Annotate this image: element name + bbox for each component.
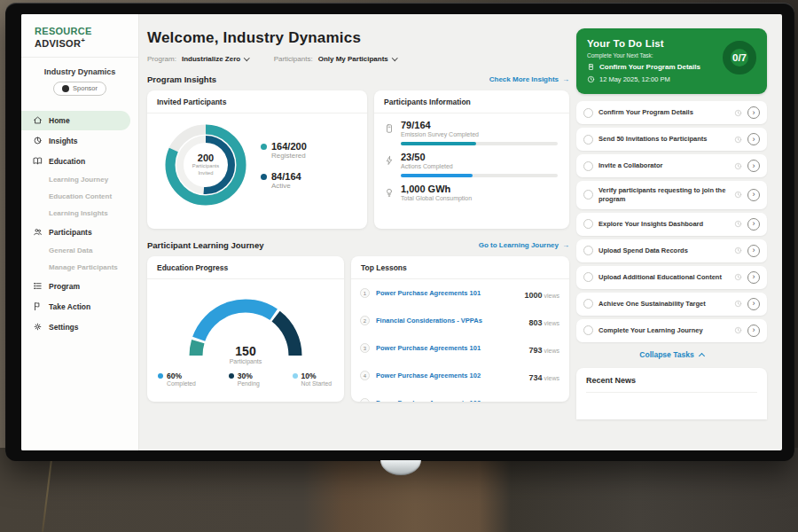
lesson-row: 1 Power Purchase Agreements 101 1000view… [351, 279, 569, 307]
chevron-down-icon [244, 55, 249, 60]
legend-item-active: 84/164 Active [261, 171, 307, 190]
task-item[interactable]: Invite a Collaborator › [576, 154, 767, 177]
task-checkbox[interactable] [583, 161, 593, 171]
participants-icon [33, 227, 43, 237]
card-title: Participants Information [374, 90, 569, 113]
logo-plus: + [81, 36, 85, 44]
todo-list-card: Your To Do List Complete Your Next Task:… [576, 28, 767, 94]
learning-journey-heading: Participant Learning Journey [147, 240, 263, 250]
lesson-link[interactable]: Power Purchase Agreements 101 [376, 289, 518, 297]
legend-dot [261, 174, 267, 180]
home-icon [33, 115, 43, 125]
lesson-row: 2 Financial Considerations - VPPAs 803vi… [351, 307, 569, 334]
top-lessons-card: Top Lessons 1 Power Purchase Agreements … [351, 256, 569, 402]
go-to-learning-journey-link[interactable]: Go to Learning Journey → [479, 241, 569, 249]
chevron-right-button[interactable]: › [747, 245, 760, 257]
sidebar-item-insights[interactable]: Insights [21, 131, 138, 151]
progress-track [401, 142, 558, 145]
sidebar-item-take-action[interactable]: Take Action [21, 297, 138, 317]
invited-participants-donut-chart: 200 Participants Invited [160, 119, 252, 211]
clock-icon [734, 109, 742, 117]
task-item[interactable]: Complete Your Learning Journey › [576, 319, 767, 342]
rank-badge: 5 [360, 398, 370, 402]
task-item[interactable]: Upload Spend Data Records › [576, 239, 767, 262]
task-checkbox[interactable] [583, 299, 593, 309]
sidebar-nav: Home Insights Education Learning Journey [21, 110, 138, 338]
clock-icon [587, 75, 595, 83]
chevron-right-button[interactable]: › [747, 189, 760, 201]
sidebar-item-participants[interactable]: Participants [21, 223, 138, 242]
page-title: Welcome, Industry Dynamics [147, 29, 569, 47]
chevron-right-button[interactable]: › [747, 133, 760, 145]
sidebar-item-program[interactable]: Program [21, 277, 138, 296]
todo-progress-value: 0/7 [732, 52, 747, 63]
sidebar-item-general-data[interactable]: General Data [21, 243, 138, 259]
sidebar: RESOURCE ADVISOR+ Industry Dynamics Spon… [21, 14, 139, 450]
card-title: Invited Participants [147, 90, 367, 113]
take-action-icon [33, 301, 43, 311]
chevron-right-button[interactable]: › [747, 271, 760, 284]
learning-cards-row: Education Progress 150 Participants [147, 256, 569, 402]
legend-dot [229, 373, 234, 379]
education-progress-card: Education Progress 150 Participants [147, 256, 344, 402]
task-checkbox[interactable] [583, 108, 593, 118]
progress-fill [401, 174, 473, 177]
progress-track [401, 174, 558, 177]
rank-badge: 1 [360, 288, 370, 298]
chevron-right-button[interactable]: › [747, 218, 760, 231]
lesson-link[interactable]: Financial Considerations - VPPAs [376, 317, 522, 325]
dashboard-screen: RESOURCE ADVISOR+ Industry Dynamics Spon… [21, 14, 782, 450]
sidebar-item-education-content[interactable]: Education Content [21, 189, 138, 205]
task-checkbox[interactable] [583, 135, 593, 145]
sidebar-item-learning-journey[interactable]: Learning Journey [21, 172, 138, 188]
sidebar-item-learning-insights[interactable]: Learning Insights [21, 206, 138, 222]
chevron-right-button[interactable]: › [747, 160, 760, 172]
task-checkbox[interactable] [583, 190, 593, 200]
task-checkbox[interactable] [583, 246, 593, 255]
task-item[interactable]: Achieve One Sustainability Target › [576, 293, 767, 316]
task-item[interactable]: Verify participants requesting to join t… [576, 181, 767, 209]
task-checkbox[interactable] [583, 272, 593, 282]
learning-journey-header: Participant Learning Journey Go to Learn… [147, 240, 569, 250]
gauge-center-value: 150 [176, 344, 315, 358]
task-item[interactable]: Explore Your Insights Dashboard › [576, 213, 767, 236]
education-icon [33, 156, 43, 166]
chevron-right-button[interactable]: › [747, 298, 760, 310]
sidebar-item-education[interactable]: Education [21, 152, 138, 171]
education-progress-gauge-chart: 150 Participants [176, 288, 315, 364]
task-item[interactable]: Upload Additional Educational Content › [576, 266, 767, 289]
recent-news-heading: Recent News [586, 376, 757, 393]
main-column: Welcome, Industry Dynamics Program: Indu… [139, 14, 576, 450]
metric-actions-completed: 23/50 Actions Completed [374, 145, 569, 177]
app-logo: RESOURCE ADVISOR+ [21, 14, 138, 58]
sidebar-item-home[interactable]: Home [21, 111, 130, 130]
sidebar-item-settings[interactable]: Settings [21, 317, 138, 337]
clock-icon [734, 326, 742, 334]
sidebar-item-manage-participants[interactable]: Manage Participants [21, 260, 138, 276]
chevron-right-button[interactable]: › [747, 106, 760, 119]
lesson-link[interactable]: Power Purchase Agreements 103 [376, 399, 522, 402]
task-item[interactable]: Send 50 Invitations to Participants › [576, 128, 767, 151]
lesson-link[interactable]: Power Purchase Agreements 101 [376, 344, 522, 352]
program-select[interactable]: Industrialize Zero [182, 55, 249, 63]
document-icon [587, 63, 595, 71]
participants-select[interactable]: Only My Participants [318, 55, 397, 63]
task-checkbox[interactable] [583, 325, 593, 335]
collapse-caret-icon [699, 352, 705, 358]
chevron-right-button[interactable]: › [747, 325, 760, 337]
lesson-link[interactable]: Power Purchase Agreements 102 [376, 372, 522, 379]
legend-item-completed: 60% Completed [158, 372, 196, 387]
task-checkbox[interactable] [583, 219, 593, 229]
card-title: Top Lessons [351, 256, 569, 279]
check-more-insights-link[interactable]: Check More Insights → [489, 75, 569, 83]
legend-dot [293, 373, 298, 379]
todo-progress-ring: 0/7 [723, 41, 756, 74]
recent-news-card: Recent News [576, 368, 767, 419]
task-item[interactable]: Confirm Your Program Details › [576, 101, 767, 124]
program-filter-label: Program: [147, 55, 176, 63]
collapse-tasks-link[interactable]: Collapse Tasks [576, 350, 767, 359]
clock-icon [734, 220, 742, 228]
rank-badge: 2 [360, 316, 370, 325]
participants-information-card: Participants Information 79/164 Emission… [374, 90, 569, 229]
metric-global-consumption: 1,000 GWh Total Global Consumption [374, 177, 569, 201]
